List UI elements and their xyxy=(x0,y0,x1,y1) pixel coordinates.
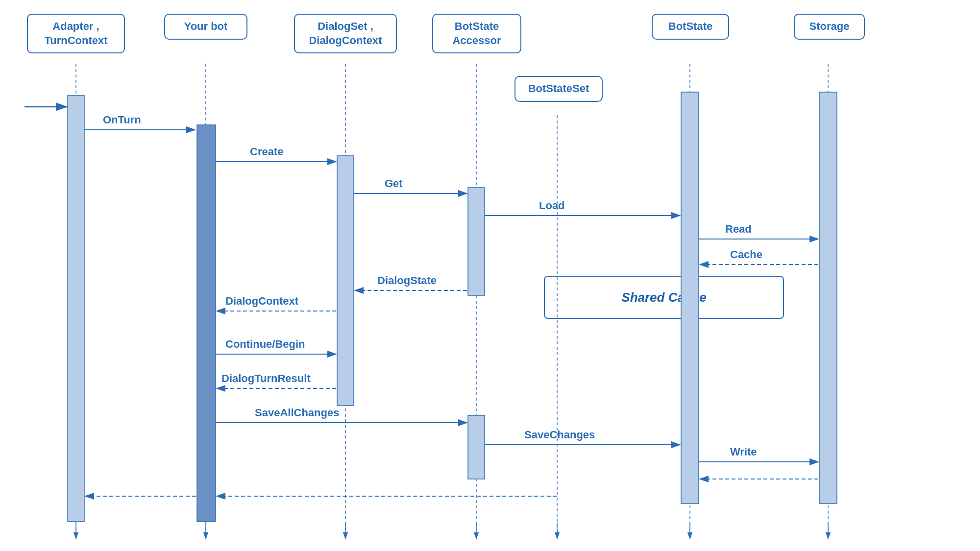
activation-adapter xyxy=(68,96,84,522)
label-onturn: OnTurn xyxy=(103,114,141,126)
label-continuebegin: Continue/Begin xyxy=(225,338,305,350)
label-savechanges: SaveChanges xyxy=(524,429,595,441)
label-dialogstate: DialogState xyxy=(377,274,437,287)
label-dialogturnresult: DialogTurnResult xyxy=(221,372,311,384)
activation-yourbot xyxy=(197,125,216,522)
label-get: Get xyxy=(385,177,403,190)
activation-dialogset xyxy=(337,156,354,406)
sequence-diagram: Adapter ,TurnContext Your bot DialogSet … xyxy=(0,0,980,551)
label-dialogcontext: DialogContext xyxy=(225,295,299,307)
label-cache: Cache xyxy=(730,248,762,261)
activation-botstate xyxy=(681,92,699,503)
label-load: Load xyxy=(539,199,565,212)
label-create: Create xyxy=(250,145,283,158)
label-saveallchanges: SaveAllChanges xyxy=(255,407,339,419)
diagram-svg: OnTurn Create Get Load Read Cache Dialog… xyxy=(0,0,980,551)
activation-storage xyxy=(819,92,837,503)
label-write: Write xyxy=(730,446,757,458)
activation-botstate-accessor-2 xyxy=(468,415,485,479)
label-read: Read xyxy=(725,223,752,235)
activation-botstate-accessor-1 xyxy=(468,188,485,295)
